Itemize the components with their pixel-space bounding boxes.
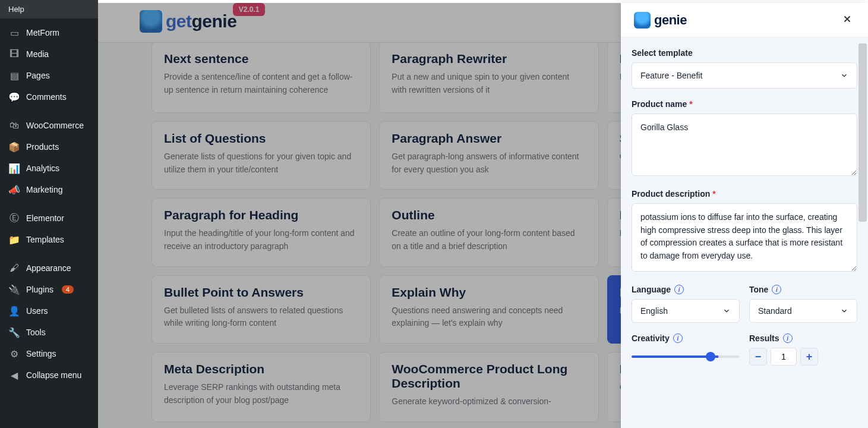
sidebar-item-label: Products bbox=[26, 142, 59, 152]
sidebar-item-label: Elementor bbox=[26, 213, 64, 223]
card-title: WooCommerce Product Long Description bbox=[392, 362, 586, 391]
info-icon[interactable]: i bbox=[673, 333, 683, 343]
sidebar-item-label: Collapse menu bbox=[26, 370, 81, 380]
collapse-menu[interactable]: ◀ Collapse menu bbox=[0, 364, 98, 386]
genie-mascot-icon bbox=[140, 10, 162, 33]
sidebar-item-label: Settings bbox=[26, 349, 56, 358]
sidebar-item-label: Analytics bbox=[26, 163, 59, 173]
card-desc: Provide a sentence/line of content and g… bbox=[164, 71, 358, 96]
app-logo: getgenie V2.0.1 bbox=[140, 10, 236, 33]
card-outline[interactable]: Outline Create an outline of your long-f… bbox=[379, 198, 598, 266]
results-stepper: − + bbox=[749, 348, 857, 366]
close-button[interactable] bbox=[839, 11, 855, 29]
sidebar-item-products[interactable]: 📦 Products bbox=[0, 136, 98, 158]
help-link[interactable]: Help bbox=[0, 0, 98, 18]
woo-icon: 🛍 bbox=[8, 119, 20, 131]
creativity-slider[interactable] bbox=[632, 355, 740, 358]
sidebar-item-woocommerce[interactable]: 🛍 WooCommerce bbox=[0, 115, 98, 136]
field-product-description: Product description * bbox=[632, 189, 857, 274]
card-title: Explain Why bbox=[392, 285, 586, 300]
creativity-label: Creativity i bbox=[632, 333, 740, 343]
increment-button[interactable]: + bbox=[800, 348, 818, 366]
sidebar-item-label: MetForm bbox=[26, 28, 59, 37]
card-desc: Input the heading/title of your long-for… bbox=[164, 227, 358, 253]
template-form-panel: genie Select template Feature - Benefit … bbox=[621, 3, 868, 428]
sidebar-item-label: WooCommerce bbox=[26, 121, 84, 130]
sidebar-item-marketing[interactable]: 📣 Marketing bbox=[0, 179, 98, 200]
sidebar-item-label: Media bbox=[26, 49, 49, 59]
close-icon bbox=[842, 14, 853, 24]
info-icon[interactable]: i bbox=[772, 285, 781, 294]
sidebar-item-label: Tools bbox=[26, 328, 46, 337]
sidebar-item-elementor[interactable]: Ⓔ Elementor bbox=[0, 207, 98, 229]
results-label: Results i bbox=[749, 333, 857, 343]
sidebar-item-metform[interactable]: ▭ MetForm bbox=[0, 22, 98, 43]
creativity-results-row: Creativity i Results i − + bbox=[632, 333, 857, 366]
product-name-label: Product name * bbox=[632, 99, 857, 109]
elementor-icon: Ⓔ bbox=[8, 212, 20, 224]
pages-icon: ▤ bbox=[8, 70, 20, 81]
update-badge: 4 bbox=[62, 285, 74, 294]
sidebar-item-appearance[interactable]: 🖌 Appearance bbox=[0, 257, 98, 279]
language-dropdown[interactable]: English bbox=[632, 299, 740, 323]
product-description-input[interactable] bbox=[632, 203, 857, 272]
sidebar-item-label: Templates bbox=[26, 235, 64, 244]
sidebar-item-plugins[interactable]: 🔌 Plugins 4 bbox=[0, 279, 98, 300]
marketing-icon: 📣 bbox=[8, 184, 20, 196]
settings-icon: ⚙ bbox=[8, 348, 20, 360]
card-list-of-questions[interactable]: List of Questions Generate lists of ques… bbox=[151, 121, 371, 190]
card-title: Paragraph Answer bbox=[392, 131, 586, 146]
scrollbar-thumb[interactable] bbox=[858, 43, 867, 222]
sidebar-item-media[interactable]: 🎞 Media bbox=[0, 43, 98, 65]
sidebar-item-label: Plugins bbox=[26, 285, 53, 294]
sidebar-items: ▭ MetForm 🎞 Media ▤ Pages 💬 Comments 🛍 W… bbox=[0, 18, 98, 428]
panel-logo: genie bbox=[634, 12, 687, 29]
card-explain-why[interactable]: Explain Why Questions need answering and… bbox=[379, 275, 598, 344]
card-bullet-point-answers[interactable]: Bullet Point to Answers Get bulleted lis… bbox=[151, 275, 371, 344]
sidebar-item-comments[interactable]: 💬 Comments bbox=[0, 86, 98, 108]
info-icon[interactable]: i bbox=[674, 285, 684, 294]
card-desc: Generate lists of questions for your giv… bbox=[164, 150, 358, 176]
card-meta-description[interactable]: Meta Description Leverage SERP rankings … bbox=[151, 352, 371, 422]
chevron-down-icon bbox=[722, 307, 731, 315]
field-tone: Tone i Standard bbox=[749, 285, 857, 323]
appearance-icon: 🖌 bbox=[8, 262, 20, 274]
required-asterisk: * bbox=[712, 189, 715, 199]
card-next-sentence[interactable]: Next sentence Provide a sentence/line of… bbox=[151, 43, 371, 113]
users-icon: 👤 bbox=[8, 305, 20, 317]
card-paragraph-rewriter[interactable]: Paragraph Rewriter Put a new and unique … bbox=[379, 43, 598, 113]
card-woo-long-description[interactable]: WooCommerce Product Long Description Gen… bbox=[379, 352, 598, 422]
panel-scrollbar[interactable] bbox=[858, 43, 867, 426]
sidebar-item-users[interactable]: 👤 Users bbox=[0, 300, 98, 322]
products-icon: 📦 bbox=[8, 141, 20, 153]
select-template-dropdown[interactable]: Feature - Benefit bbox=[632, 62, 857, 89]
card-title: Bullet Point to Answers bbox=[164, 285, 358, 300]
analytics-icon: 📊 bbox=[8, 162, 20, 174]
sidebar-item-analytics[interactable]: 📊 Analytics bbox=[0, 158, 98, 179]
sidebar-item-templates[interactable]: 📁 Templates bbox=[0, 229, 98, 250]
sidebar-item-pages[interactable]: ▤ Pages bbox=[0, 65, 98, 86]
card-title: Meta Description bbox=[164, 362, 358, 376]
sidebar-item-settings[interactable]: ⚙ Settings bbox=[0, 343, 98, 364]
card-title: Outline bbox=[392, 208, 586, 222]
card-paragraph-for-heading[interactable]: Paragraph for Heading Input the heading/… bbox=[151, 198, 371, 266]
field-language: Language i English bbox=[632, 285, 740, 323]
templates-icon: 📁 bbox=[8, 234, 20, 246]
field-select-template: Select template Feature - Benefit bbox=[632, 48, 857, 89]
tone-label: Tone i bbox=[749, 285, 857, 294]
card-desc: Leverage SERP rankings with outstanding … bbox=[164, 381, 358, 407]
language-tone-row: Language i English Tone i Standard bbox=[632, 285, 857, 323]
product-name-input[interactable] bbox=[632, 114, 857, 176]
results-input[interactable] bbox=[771, 348, 797, 366]
decrement-button[interactable]: − bbox=[749, 348, 767, 366]
tone-dropdown[interactable]: Standard bbox=[749, 299, 857, 323]
card-paragraph-answer[interactable]: Paragraph Answer Get paragraph-long answ… bbox=[379, 121, 598, 190]
card-desc: Put a new and unique spin to your given … bbox=[392, 71, 586, 96]
sidebar-item-tools[interactable]: 🔧 Tools bbox=[0, 322, 98, 343]
logo-text: genie bbox=[654, 12, 687, 28]
comments-icon: 💬 bbox=[8, 91, 20, 103]
card-title: Next sentence bbox=[164, 52, 358, 66]
select-value: Feature - Benefit bbox=[640, 71, 702, 80]
card-desc: Questions need answering and concepts ne… bbox=[392, 304, 586, 330]
info-icon[interactable]: i bbox=[783, 333, 793, 343]
